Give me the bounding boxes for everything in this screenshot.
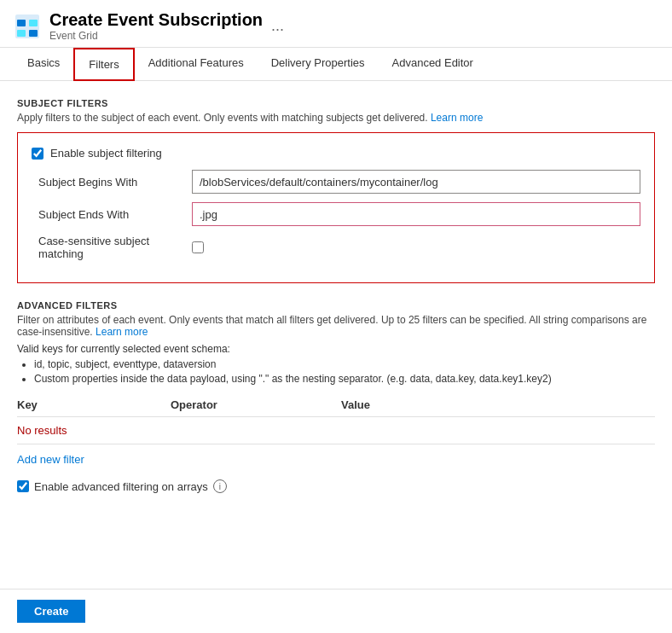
col-key-header: Key xyxy=(17,398,171,411)
create-button[interactable]: Create xyxy=(17,600,85,623)
subject-filters-title: SUBJECT FILTERS xyxy=(17,98,655,108)
subject-ends-with-label: Subject Ends With xyxy=(38,208,192,221)
subject-begins-with-label: Subject Begins With xyxy=(38,176,192,189)
valid-keys-list: id, topic, subject, eventtype, dataversi… xyxy=(34,358,655,385)
svg-rect-2 xyxy=(29,20,38,26)
tab-advanced-editor[interactable]: Advanced Editor xyxy=(379,48,487,81)
case-sensitive-label: Case-sensitive subject matching xyxy=(38,235,192,260)
event-grid-icon xyxy=(14,13,41,40)
case-sensitive-checkbox[interactable] xyxy=(192,241,204,253)
valid-keys-section: Valid keys for currently selected event … xyxy=(17,343,655,385)
page-subtitle: Event Grid xyxy=(49,30,263,42)
subject-ends-with-input[interactable] xyxy=(192,202,640,226)
enable-subject-filtering-checkbox[interactable] xyxy=(32,148,43,160)
tab-additional-features[interactable]: Additional Features xyxy=(135,48,258,81)
svg-rect-3 xyxy=(17,30,26,37)
valid-keys-label: Valid keys for currently selected event … xyxy=(17,343,230,355)
tab-basics[interactable]: Basics xyxy=(14,48,73,81)
main-content: SUBJECT FILTERS Apply filters to the sub… xyxy=(0,81,672,510)
page-title: Create Event Subscription xyxy=(49,10,263,30)
advanced-filters-title: ADVANCED FILTERS xyxy=(17,300,655,311)
advanced-filters-section: ADVANCED FILTERS Filter on attributes of… xyxy=(17,300,655,493)
tab-bar: Basics Filters Additional Features Deliv… xyxy=(0,48,672,81)
valid-key-item: Custom properties inside the data payloa… xyxy=(34,373,655,385)
advanced-filters-learn-more[interactable]: Learn more xyxy=(96,326,148,338)
add-new-filter-link[interactable]: Add new filter xyxy=(17,453,84,466)
case-sensitive-row: Case-sensitive subject matching xyxy=(32,235,640,260)
info-icon[interactable]: i xyxy=(213,479,227,493)
svg-rect-4 xyxy=(29,30,38,37)
subject-ends-with-row: Subject Ends With xyxy=(32,202,640,226)
subject-begins-with-row: Subject Begins With xyxy=(32,170,640,194)
enable-advanced-filtering-label[interactable]: Enable advanced filtering on arrays xyxy=(34,480,208,493)
subject-filters-desc: Apply filters to the subject of each eve… xyxy=(17,112,655,124)
enable-advanced-filtering-row: Enable advanced filtering on arrays i xyxy=(17,479,655,493)
enable-subject-filtering-row: Enable subject filtering xyxy=(32,147,640,160)
advanced-filters-desc: Filter on attributes of each event. Only… xyxy=(17,314,655,338)
page-header: Create Event Subscription Event Grid ... xyxy=(0,0,672,48)
subject-filter-box: Enable subject filtering Subject Begins … xyxy=(17,132,655,283)
filter-table-header: Key Operator Value xyxy=(17,393,655,417)
enable-advanced-filtering-checkbox[interactable] xyxy=(17,480,29,492)
enable-subject-filtering-label[interactable]: Enable subject filtering xyxy=(50,147,162,160)
col-operator-header: Operator xyxy=(171,398,341,411)
no-results-message: No results xyxy=(17,417,655,444)
svg-rect-1 xyxy=(17,20,26,26)
more-options-button[interactable]: ... xyxy=(271,17,284,35)
page-footer: Create xyxy=(0,589,672,633)
col-value-header: Value xyxy=(341,398,655,411)
valid-key-item: id, topic, subject, eventtype, dataversi… xyxy=(34,358,655,370)
tab-delivery-properties[interactable]: Delivery Properties xyxy=(258,48,379,81)
subject-begins-with-input[interactable] xyxy=(192,170,640,194)
subject-filters-learn-more[interactable]: Learn more xyxy=(431,112,483,124)
tab-filters[interactable]: Filters xyxy=(73,48,134,81)
header-text-block: Create Event Subscription Event Grid xyxy=(49,10,263,42)
